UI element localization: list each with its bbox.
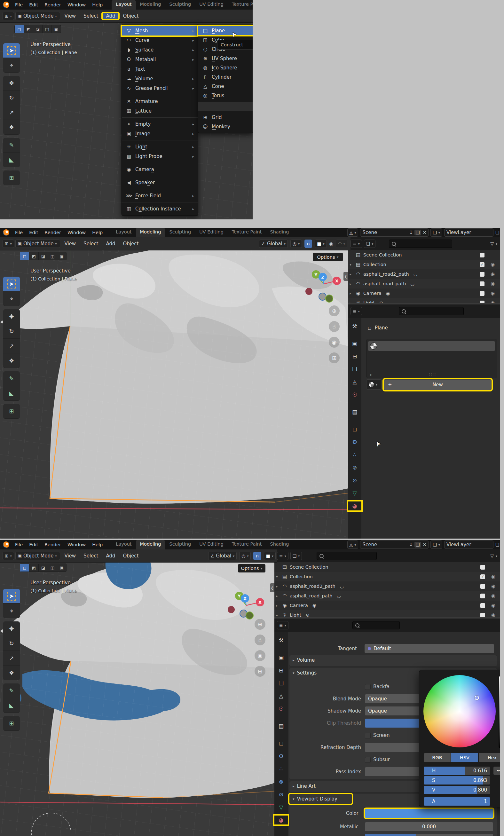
menu-item-uv-sphere[interactable]: ⊕ UV Sphere xyxy=(198,54,253,63)
tool-annotate[interactable]: ✎ xyxy=(3,683,20,698)
axis-z-handle[interactable]: Z xyxy=(241,594,249,603)
transform-orientation-selector[interactable]: ∠Global▾ xyxy=(208,552,237,560)
tool-select[interactable]: ➤ xyxy=(3,277,20,291)
add-menu-button[interactable]: Add xyxy=(103,13,118,19)
menu-item-monkey[interactable]: ☺ Monkey xyxy=(198,122,253,131)
add-menu[interactable]: Add xyxy=(103,553,118,559)
sidebar-collapse-arrow[interactable]: ❮ xyxy=(344,272,348,281)
proportional-editing-toggle[interactable]: ◉ xyxy=(329,241,333,246)
properties-tab-data[interactable]: ▽ xyxy=(348,489,361,498)
visibility-eye-icon[interactable]: ◉ xyxy=(491,583,496,589)
value-slider[interactable]: V 0.800 xyxy=(424,786,490,794)
menu-item-grid[interactable]: ⊞ Grid xyxy=(198,113,253,122)
properties-tab-output[interactable]: ⊟ xyxy=(274,666,288,675)
visibility-eye-icon[interactable]: ◉ xyxy=(491,603,496,608)
visibility-eye-icon[interactable]: ◉ xyxy=(490,281,495,287)
outliner-row-collection[interactable]: ▾ ▤ Collection ✓ ◉ xyxy=(348,260,500,269)
display-mode-selector[interactable]: ≡▾ xyxy=(350,240,362,248)
mode-selector[interactable]: ▣Object Mode▾ xyxy=(15,552,60,560)
properties-tab-material[interactable]: ◕ xyxy=(348,501,361,510)
editor-type-selector[interactable]: ⊞▾ xyxy=(3,552,14,560)
properties-tab-modifiers[interactable]: ⚙ xyxy=(348,437,361,446)
menu-render[interactable]: Render xyxy=(41,230,64,235)
outliner-filter-mode[interactable]: ❏▾ xyxy=(364,240,376,248)
select-menu[interactable]: Select xyxy=(80,241,101,247)
select-mode-extend[interactable]: ▣ xyxy=(57,252,66,260)
outliner-row-scene-collection[interactable]: ▤ Scene Collection xyxy=(348,250,500,260)
viewlayer-selector-icon[interactable]: ❏▾ xyxy=(430,540,442,549)
properties-tab-world[interactable]: ☉ xyxy=(274,704,288,713)
menu-file[interactable]: File xyxy=(12,2,26,7)
menu-window[interactable]: Window xyxy=(64,542,89,547)
collection-checkbox[interactable] xyxy=(480,272,484,277)
menu-item-ico-sphere[interactable]: ◍ Ico Sphere xyxy=(198,63,253,72)
workspace-tab-texture-paint[interactable]: Texture Paint xyxy=(228,540,266,549)
tool-cursor[interactable]: ⌖ xyxy=(3,291,20,306)
outliner-row-asphalt-road-path[interactable]: ▸ ◠ asphalt_road_path ◡ ◉ xyxy=(348,279,500,288)
menu-item-volume[interactable]: ☁ Volume ▸ xyxy=(122,74,198,83)
tool-move[interactable]: ✥ xyxy=(3,622,20,636)
select-mode-lasso[interactable]: ◫ xyxy=(48,564,57,571)
viewlayer-field[interactable]: ViewLayer xyxy=(444,540,493,549)
pivot-point-selector[interactable]: ◎▾ xyxy=(290,240,302,248)
tool-move[interactable]: ✥ xyxy=(3,309,20,324)
workspace-tab-modeling[interactable]: Modeling xyxy=(136,540,165,549)
outliner-filter-mode[interactable]: ❏▾ xyxy=(290,552,302,560)
new-material-button[interactable]: + New xyxy=(384,379,491,390)
menu-file[interactable]: File xyxy=(12,542,26,547)
object-menu[interactable]: Object xyxy=(120,553,142,559)
nav-camera-icon[interactable]: ◉ xyxy=(329,337,340,348)
view-menu[interactable]: View xyxy=(61,13,79,19)
object-menu[interactable]: Object xyxy=(120,241,142,247)
picker-tab-hex[interactable]: Hex xyxy=(479,753,500,762)
outliner-search-input[interactable] xyxy=(316,552,377,560)
sidebar-collapse-arrow[interactable]: ❮ xyxy=(270,583,274,592)
properties-tab-constraints[interactable]: ⊘ xyxy=(348,476,361,485)
menu-item-light[interactable]: ☼ Light ▸ xyxy=(122,142,198,152)
properties-tab-physics[interactable]: ⊚ xyxy=(274,777,288,786)
tool-transform[interactable]: ❖ xyxy=(3,120,20,135)
object-menu[interactable]: Object xyxy=(120,13,142,19)
collection-checkbox[interactable] xyxy=(480,593,485,598)
filter-funnel-icon[interactable]: ▽ xyxy=(490,553,494,558)
menu-item-cylinder[interactable]: ▯ Cylinder xyxy=(198,72,253,81)
editor-type-selector[interactable]: ≡▾ xyxy=(350,307,362,315)
select-mode-box[interactable]: ◩ xyxy=(24,25,33,33)
visibility-eye-icon[interactable]: ◉ xyxy=(490,262,495,267)
menu-item-plane[interactable]: □ Plane xyxy=(198,26,253,35)
options-dropdown[interactable]: Options▾ xyxy=(238,564,266,572)
menu-window[interactable]: Window xyxy=(64,2,89,7)
select-mode-box[interactable]: ◩ xyxy=(30,564,38,571)
snap-target-selector[interactable]: ■▾ xyxy=(315,240,327,248)
menu-item-speaker[interactable]: ◀ Speaker xyxy=(122,178,198,187)
tool-add-cube[interactable]: ⊞ xyxy=(3,404,20,419)
tool-scale[interactable]: ↗ xyxy=(3,105,20,120)
visibility-eye-icon[interactable]: ◉ xyxy=(490,300,495,303)
tool-rotate[interactable]: ↻ xyxy=(3,636,20,651)
select-mode-extend[interactable]: ▣ xyxy=(52,25,61,33)
collection-checkbox[interactable] xyxy=(480,291,484,296)
mode-selector[interactable]: ▣Object Mode▾ xyxy=(15,12,60,20)
menu-item-torus[interactable]: ◎ Torus xyxy=(198,91,253,100)
select-menu[interactable]: Select xyxy=(80,553,101,559)
properties-tab-scene[interactable]: ◬ xyxy=(274,691,288,700)
select-mode-extend[interactable]: ▣ xyxy=(57,564,66,571)
snap-target-selector[interactable]: ■▾ xyxy=(264,552,276,560)
view-menu[interactable]: View xyxy=(61,241,79,247)
axis-x-neg-handle[interactable] xyxy=(305,288,312,295)
menu-edit[interactable]: Edit xyxy=(26,230,41,235)
properties-tab-material[interactable]: ◕ xyxy=(274,816,288,824)
saturation-slider[interactable]: S 0.893 xyxy=(424,776,490,784)
tool-measure[interactable]: ◣ xyxy=(3,386,20,401)
nav-pan-icon[interactable]: ☝ xyxy=(255,634,266,645)
outliner-row-light[interactable]: ▸ ☼ Light ⊙ ◉ xyxy=(348,298,500,303)
collection-checkbox[interactable] xyxy=(480,282,484,286)
menu-item-lattice[interactable]: ▦ Lattice xyxy=(122,106,198,116)
menu-item-camera[interactable]: ◉ Camera xyxy=(122,165,198,174)
outliner-row-collection[interactable]: ▾ ▤ Collection ✓ ◉ xyxy=(274,572,500,582)
properties-tab-render[interactable]: ▣ xyxy=(274,653,288,662)
tool-add-cube[interactable]: ⊞ xyxy=(3,170,20,185)
viewlayer-copy-icon[interactable]: ❏ xyxy=(496,230,500,235)
select-mode-circle[interactable]: ◪ xyxy=(39,252,47,260)
axis-x-handle[interactable]: X xyxy=(256,598,264,606)
